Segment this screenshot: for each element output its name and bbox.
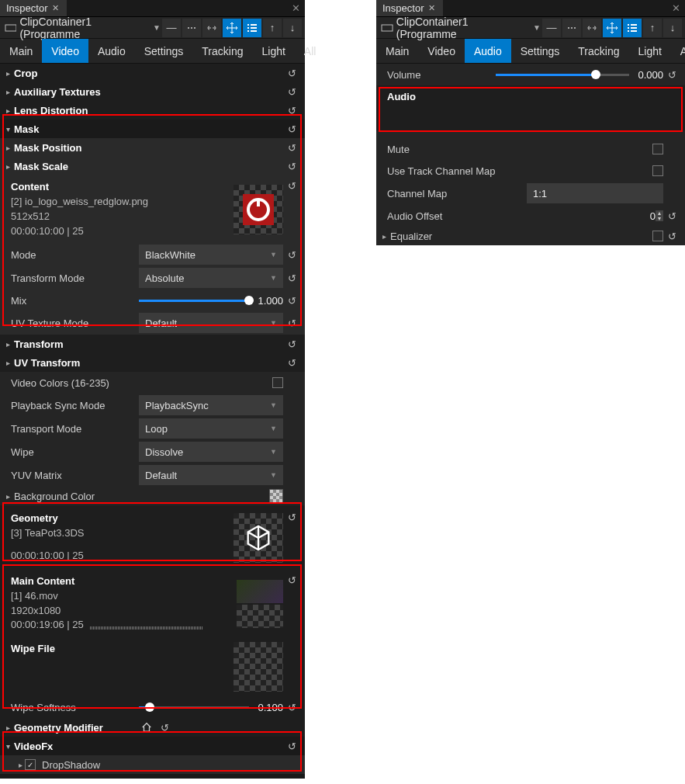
section-crop[interactable]: ▸ Crop ↺ xyxy=(0,64,305,82)
section-equalizer[interactable]: ▸ Equalizer ↺ xyxy=(376,227,685,245)
arrow-down-button[interactable]: ↓ xyxy=(663,19,682,37)
section-mask-position[interactable]: ▸ Mask Position ↺ xyxy=(0,138,305,157)
section-videofx[interactable]: ▾ VideoFx ↺ xyxy=(0,737,305,755)
reset-icon[interactable]: ↺ xyxy=(283,180,300,238)
reset-icon[interactable]: ↺ xyxy=(283,702,300,713)
trackmap-checkbox[interactable] xyxy=(652,165,663,176)
reset-icon[interactable]: ↺ xyxy=(663,69,680,81)
tab-all[interactable]: All xyxy=(295,39,326,63)
dots-button[interactable] xyxy=(182,19,201,37)
panel-tab-inspector[interactable]: Inspector ✕ xyxy=(376,0,443,16)
mix-value[interactable]: 1.000 xyxy=(249,295,283,307)
breadcrumb[interactable]: ClipContainer1 (Programme ▼ xyxy=(3,16,161,40)
move-tool-button[interactable] xyxy=(223,19,241,37)
channel-map-field[interactable]: 1:1 xyxy=(527,183,663,203)
main-content-alpha-thumbnail[interactable] xyxy=(237,605,283,628)
tab-main[interactable]: Main xyxy=(376,39,418,63)
arrow-up-button[interactable]: ↑ xyxy=(263,19,282,37)
tab-video[interactable]: Video xyxy=(418,39,465,63)
minus-button[interactable]: — xyxy=(542,19,561,37)
reset-icon[interactable]: ↺ xyxy=(283,741,300,752)
reset-icon[interactable]: ↺ xyxy=(283,295,300,307)
section-uv-transform[interactable]: ▸ UV Transform ↺ xyxy=(0,353,305,372)
volume-value[interactable]: 0.000 xyxy=(629,69,663,81)
reset-icon[interactable]: ↺ xyxy=(283,68,300,79)
section-mask[interactable]: ▾ Mask ↺ xyxy=(0,120,305,138)
reset-icon[interactable]: ↺ xyxy=(283,123,300,135)
reset-icon[interactable]: ↺ xyxy=(663,210,680,222)
tab-tracking[interactable]: Tracking xyxy=(192,39,252,63)
dropshadow-checkbox[interactable] xyxy=(25,759,36,770)
list-button[interactable] xyxy=(623,19,642,37)
offset-spinner[interactable]: ▴▾ xyxy=(656,210,663,221)
section-lens-distortion[interactable]: ▸ Lens Distortion ↺ xyxy=(0,101,305,120)
color-swatch[interactable] xyxy=(269,489,283,503)
section-aux-textures[interactable]: ▸ Auxiliary Textures ↺ xyxy=(0,82,305,101)
close-icon[interactable]: ✕ xyxy=(287,0,305,16)
wipe-dropdown[interactable]: Dissolve▼ xyxy=(139,442,283,462)
uvtex-dropdown[interactable]: Default▼ xyxy=(139,313,283,333)
prop-background-color[interactable]: ▸ Background Color ↺ xyxy=(0,487,305,505)
mix-slider[interactable] xyxy=(139,293,249,308)
audio-thumbnail[interactable] xyxy=(516,92,663,123)
minus-button[interactable]: — xyxy=(162,19,181,37)
tab-all[interactable]: All xyxy=(671,39,685,63)
arrow-down-button[interactable]: ↓ xyxy=(283,19,302,37)
panel-tab-inspector[interactable]: Inspector ✕ xyxy=(0,0,67,16)
home-icon[interactable] xyxy=(141,722,152,733)
yuv-dropdown[interactable]: Default▼ xyxy=(139,465,283,485)
equalizer-checkbox[interactable] xyxy=(652,231,663,241)
dots-button[interactable] xyxy=(562,19,581,37)
move-tool-button[interactable] xyxy=(603,19,621,37)
pbsync-dropdown[interactable]: PlaybackSync▼ xyxy=(139,395,283,415)
spinner-down-icon[interactable]: ▾ xyxy=(656,216,663,221)
reset-icon[interactable]: ↺ xyxy=(283,272,300,284)
mute-checkbox[interactable] xyxy=(652,144,663,154)
reset-icon[interactable]: ↺ xyxy=(283,161,300,172)
link-button[interactable] xyxy=(202,19,221,37)
tab-settings[interactable]: Settings xyxy=(135,39,193,63)
mode-dropdown[interactable]: BlackWhite▼ xyxy=(139,245,283,265)
reset-icon[interactable]: ↺ xyxy=(283,317,300,329)
tab-audio[interactable]: Audio xyxy=(465,39,511,63)
wipe-softness-value[interactable]: 0.100 xyxy=(249,702,283,713)
tab-main[interactable]: Main xyxy=(0,39,42,63)
close-icon[interactable]: ✕ xyxy=(50,3,61,13)
main-content-thumbnail[interactable] xyxy=(237,580,283,603)
wipe-softness-slider[interactable] xyxy=(139,699,249,715)
tab-light[interactable]: Light xyxy=(629,39,671,63)
arrow-up-button[interactable]: ↑ xyxy=(643,19,662,37)
video-colors-checkbox[interactable] xyxy=(272,377,283,388)
list-button[interactable] xyxy=(243,19,261,37)
reset-icon[interactable]: ↺ xyxy=(283,86,300,98)
section-transform[interactable]: ▸ Transform ↺ xyxy=(0,335,305,353)
volume-slider[interactable] xyxy=(496,67,629,82)
reset-icon[interactable]: ↺ xyxy=(157,722,174,734)
tab-light[interactable]: Light xyxy=(253,39,295,63)
close-icon[interactable]: ✕ xyxy=(667,0,685,16)
geometry-thumbnail[interactable] xyxy=(234,513,283,563)
wipe-file-thumbnail[interactable] xyxy=(234,642,283,692)
reset-icon[interactable]: ↺ xyxy=(283,249,300,261)
audio-offset-value[interactable]: 0 xyxy=(621,210,656,222)
tab-video[interactable]: Video xyxy=(42,39,88,63)
mask-thumbnail[interactable] xyxy=(234,185,283,234)
reset-icon[interactable]: ↺ xyxy=(283,512,300,564)
tab-tracking[interactable]: Tracking xyxy=(569,39,628,63)
link-button[interactable] xyxy=(583,19,601,37)
reset-icon[interactable]: ↺ xyxy=(663,231,680,242)
reset-icon[interactable]: ↺ xyxy=(283,357,300,369)
breadcrumb[interactable]: ClipContainer1 (Programme ▼ xyxy=(379,16,541,40)
tab-settings[interactable]: Settings xyxy=(511,39,569,63)
reset-icon[interactable]: ↺ xyxy=(283,142,300,154)
section-geometry-modifier[interactable]: ▸ Geometry Modifier ↺ xyxy=(0,718,305,737)
close-icon[interactable]: ✕ xyxy=(427,3,437,13)
section-mask-scale[interactable]: ▸ Mask Scale ↺ xyxy=(0,157,305,175)
tab-audio[interactable]: Audio xyxy=(88,39,135,63)
reset-icon[interactable]: ↺ xyxy=(283,105,300,116)
videofx-dropshadow[interactable]: ▸ DropShadow xyxy=(0,755,305,774)
transform-mode-dropdown[interactable]: Absolute▼ xyxy=(139,268,283,288)
reset-icon[interactable]: ↺ xyxy=(283,338,300,350)
transport-dropdown[interactable]: Loop▼ xyxy=(139,418,283,439)
reset-icon[interactable]: ↺ xyxy=(283,574,300,633)
